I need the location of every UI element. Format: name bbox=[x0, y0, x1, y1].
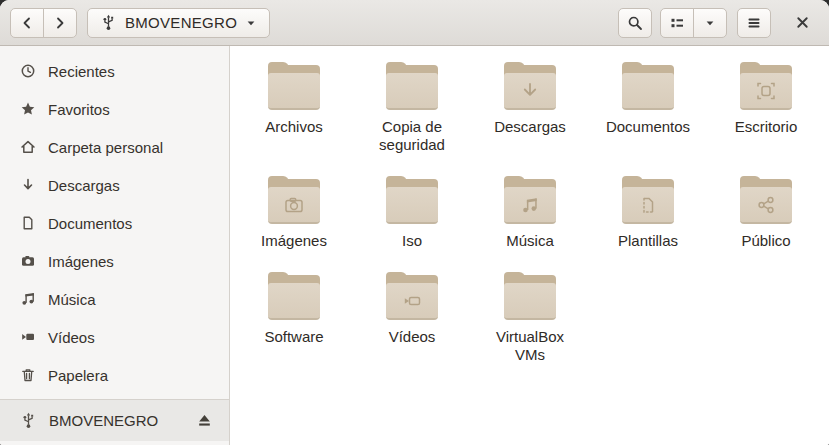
usb-drive-icon bbox=[100, 14, 117, 31]
document-icon bbox=[20, 215, 36, 231]
folder-icon bbox=[504, 62, 556, 110]
file-grid: Archivos Copia de seguridad bbox=[235, 62, 829, 364]
sidebar-item-label: Carpeta personal bbox=[48, 139, 163, 156]
hamburger-menu-button[interactable] bbox=[737, 8, 771, 38]
sidebar-item-label: Documentos bbox=[48, 215, 132, 232]
folder-descargas[interactable]: Descargas bbox=[471, 62, 589, 154]
folder-icon bbox=[740, 176, 792, 224]
music-notes-icon bbox=[20, 291, 36, 307]
forward-button[interactable] bbox=[43, 8, 77, 38]
sidebar-device-bmovenegro[interactable]: BMOVENEGRO bbox=[0, 399, 229, 441]
device-label: BMOVENEGRO bbox=[49, 412, 182, 429]
folder-escritorio[interactable]: Escritorio bbox=[707, 62, 825, 154]
sidebar-places-list: Recientes Favoritos Carpeta personal bbox=[0, 46, 229, 394]
folder-label: Copia de seguridad bbox=[362, 118, 462, 154]
folder-icon bbox=[386, 272, 438, 320]
video-icon bbox=[20, 329, 36, 345]
folder-label: Documentos bbox=[606, 118, 690, 136]
folder-label: Archivos bbox=[265, 118, 323, 136]
sidebar-item-favoritos[interactable]: Favoritos bbox=[0, 90, 229, 128]
emblem-camera-icon bbox=[282, 193, 306, 217]
folder-archivos[interactable]: Archivos bbox=[235, 62, 353, 154]
folder-label: Público bbox=[741, 232, 790, 250]
path-bar-button[interactable]: BMOVENEGRO bbox=[87, 8, 270, 38]
folder-label: Plantillas bbox=[618, 232, 678, 250]
folder-copia-de-seguridad[interactable]: Copia de seguridad bbox=[353, 62, 471, 154]
download-arrow-icon bbox=[20, 177, 36, 193]
sidebar-item-musica[interactable]: Música bbox=[0, 280, 229, 318]
sidebar-item-label: Imágenes bbox=[48, 253, 114, 270]
folder-musica[interactable]: Música bbox=[471, 176, 589, 250]
emblem-share-icon bbox=[754, 193, 778, 217]
folder-icon bbox=[268, 272, 320, 320]
sidebar-item-descargas[interactable]: Descargas bbox=[0, 166, 229, 204]
sidebar-item-label: Recientes bbox=[48, 63, 115, 80]
forward-icon bbox=[52, 15, 68, 31]
list-view-icon bbox=[669, 15, 685, 31]
folder-label: Descargas bbox=[494, 118, 566, 136]
folder-icon bbox=[622, 176, 674, 224]
search-button[interactable] bbox=[618, 8, 652, 38]
view-options-dropdown-button[interactable] bbox=[693, 8, 727, 38]
history-buttons bbox=[10, 8, 77, 38]
search-icon bbox=[627, 15, 643, 31]
chevron-down-icon bbox=[245, 17, 257, 29]
hamburger-menu-icon bbox=[746, 15, 762, 31]
clock-icon bbox=[20, 63, 36, 79]
trash-icon bbox=[20, 367, 36, 383]
header-bar: BMOVENEGRO bbox=[0, 0, 829, 46]
back-button[interactable] bbox=[10, 8, 44, 38]
close-window-button[interactable] bbox=[785, 6, 819, 40]
folder-publico[interactable]: Público bbox=[707, 176, 825, 250]
folder-icon bbox=[386, 62, 438, 110]
usb-drive-icon bbox=[20, 412, 37, 429]
back-icon bbox=[19, 15, 35, 31]
folder-icon bbox=[504, 176, 556, 224]
emblem-download-icon bbox=[518, 79, 542, 103]
folder-plantillas[interactable]: Plantillas bbox=[589, 176, 707, 250]
emblem-templates-icon bbox=[636, 193, 660, 217]
sidebar-item-carpeta-personal[interactable]: Carpeta personal bbox=[0, 128, 229, 166]
emblem-music-icon bbox=[518, 193, 542, 217]
folder-label: VirtualBox VMs bbox=[480, 328, 580, 364]
folder-label: Iso bbox=[402, 232, 422, 250]
folder-icon bbox=[740, 62, 792, 110]
emblem-video-icon bbox=[400, 289, 424, 313]
sidebar-item-videos[interactable]: Vídeos bbox=[0, 318, 229, 356]
view-list-button[interactable] bbox=[660, 8, 694, 38]
folder-icon bbox=[386, 176, 438, 224]
sidebar-item-label: Música bbox=[48, 291, 96, 308]
folder-label: Escritorio bbox=[735, 118, 798, 136]
folder-label: Imágenes bbox=[261, 232, 327, 250]
camera-icon bbox=[20, 253, 36, 269]
chevron-down-icon bbox=[704, 17, 716, 29]
folder-label: Música bbox=[506, 232, 554, 250]
eject-button[interactable] bbox=[194, 410, 215, 431]
file-view: Archivos Copia de seguridad bbox=[231, 46, 829, 445]
folder-icon bbox=[622, 62, 674, 110]
emblem-desktop-icon bbox=[754, 79, 778, 103]
sidebar-item-recientes[interactable]: Recientes bbox=[0, 52, 229, 90]
folder-icon bbox=[268, 176, 320, 224]
folder-software[interactable]: Software bbox=[235, 272, 353, 364]
folder-videos[interactable]: Vídeos bbox=[353, 272, 471, 364]
sidebar-item-label: Vídeos bbox=[48, 329, 95, 346]
file-manager-window: BMOVENEGRO bbox=[0, 0, 829, 445]
sidebar-item-imagenes[interactable]: Imágenes bbox=[0, 242, 229, 280]
sidebar-item-label: Papelera bbox=[48, 367, 108, 384]
folder-virtualbox-vms[interactable]: VirtualBox VMs bbox=[471, 272, 589, 364]
folder-iso[interactable]: Iso bbox=[353, 176, 471, 250]
sidebar-item-documentos[interactable]: Documentos bbox=[0, 204, 229, 242]
sidebar-item-label: Favoritos bbox=[48, 101, 110, 118]
close-icon bbox=[795, 15, 810, 30]
sidebar-item-papelera[interactable]: Papelera bbox=[0, 356, 229, 394]
folder-documentos[interactable]: Documentos bbox=[589, 62, 707, 154]
folder-imagenes[interactable]: Imágenes bbox=[235, 176, 353, 250]
star-icon bbox=[20, 101, 36, 117]
folder-label: Vídeos bbox=[389, 328, 436, 346]
eject-icon bbox=[196, 412, 213, 429]
home-icon bbox=[20, 139, 36, 155]
sidebar: Recientes Favoritos Carpeta personal bbox=[0, 46, 230, 445]
folder-label: Software bbox=[264, 328, 323, 346]
view-options-group bbox=[660, 8, 727, 38]
